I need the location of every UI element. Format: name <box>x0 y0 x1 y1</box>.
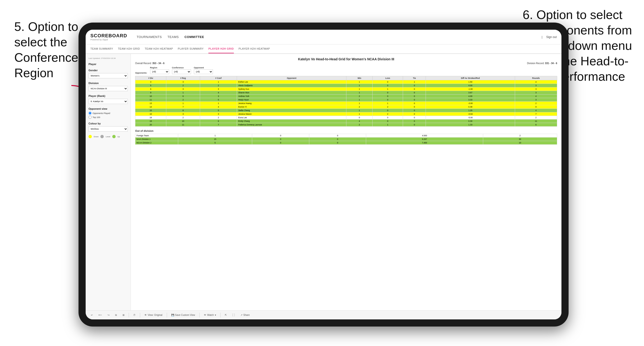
sign-out-link[interactable]: Sign out <box>546 35 557 39</box>
td-tie: 0 <box>403 119 426 123</box>
td-win: 1 <box>346 109 372 112</box>
td-tie: 0 <box>403 112 426 116</box>
grid-records: Overall Record: 353 - 34 - 6 Division Re… <box>135 62 557 65</box>
sidebar-radio-top100[interactable]: Top 100 <box>88 116 128 119</box>
nav-committee[interactable]: COMMITTEE <box>184 35 204 39</box>
share-button[interactable]: ↗ Share <box>239 313 251 317</box>
td-diff: 4.00 <box>426 95 515 98</box>
nav-teams[interactable]: TEAMS <box>168 35 179 39</box>
td-opponent: Alexis Sudjianto <box>237 84 346 87</box>
subnav-team-summary[interactable]: TEAM SUMMARY <box>90 44 113 53</box>
nav-tournaments[interactable]: TOURNAMENTS <box>136 35 162 39</box>
col-header-opponent: Opponent <box>237 76 346 80</box>
td-diff: 1.33 <box>426 123 515 127</box>
sidebar-colour-by-select[interactable]: Win/loss <box>88 126 128 132</box>
subnav-player-h2h-heatmap[interactable]: PLAYER H2H HEATMAP <box>238 44 270 53</box>
out-of-division-label: Out of division <box>135 129 557 132</box>
filter-opponent-select[interactable]: (All) <box>194 69 213 74</box>
undo-button[interactable]: ↩ <box>90 313 94 317</box>
table-row: 18 2 2 Euna Lee 0 0 0 -5.00 2 <box>135 116 557 119</box>
subnav-player-h2h-grid[interactable]: PLAYER H2H GRID <box>208 44 234 53</box>
main-content: Last Updated: 27/03/2024 16:34 Player Ge… <box>86 54 562 310</box>
copy-button[interactable]: ⧉ <box>114 313 118 317</box>
sidebar-player-section: Player <box>88 63 128 66</box>
navbar: SCOREBOARD Powered by clippd TOURNAMENTS… <box>86 30 562 44</box>
td-rounds: 3 <box>515 84 557 87</box>
table-row: 15 8 5 Stella Cheng 1 0 0 1.25 4 <box>135 109 557 112</box>
scoreboard-logo: SCOREBOARD Powered by clippd <box>90 33 127 41</box>
td-conf: 1 <box>200 102 237 105</box>
td-diff: 0.30 <box>426 119 515 123</box>
table-row: 9 1 4 Sharon Mun 1 0 0 3.67 3 <box>135 91 557 95</box>
division-record: Division Record: 331 - 34 - 6 <box>527 62 557 65</box>
sidebar-gender-label: Gender <box>88 69 128 72</box>
grid-main-title: Katelyn Vo Head-to-Head Grid for Women's… <box>135 57 557 61</box>
col-header-div: # Div <box>135 76 166 80</box>
sidebar: Last Updated: 27/03/2024 16:34 Player Ge… <box>86 54 131 310</box>
grid-area: Katelyn Vo Head-to-Head Grid for Women's… <box>131 54 562 310</box>
nav-right: | Sign out <box>542 35 557 39</box>
filter-opponent: Opponent (All) <box>194 66 213 74</box>
td-loss: 0 <box>372 98 403 102</box>
redo-step-back[interactable]: ⟵ <box>97 313 103 317</box>
sidebar-player-rank-select[interactable]: 8. Katelyn Vo <box>88 99 128 104</box>
td-tie: 0 <box>403 109 426 112</box>
fullscreen-button[interactable]: ⛶ <box>231 313 236 317</box>
opponents-filter-label: Opponents: <box>135 72 147 74</box>
subnav-team-h2h-grid[interactable]: TEAM H2H GRID <box>118 44 140 53</box>
td-opponent: Andrea York <box>237 95 346 98</box>
td-opponent: Stella Cheng <box>237 109 346 112</box>
filter-row: Opponents: Region (All) Conference (All) <box>135 66 557 74</box>
grid-title-section: Katelyn Vo Head-to-Head Grid for Women's… <box>135 57 557 65</box>
sidebar-colour-by-section: Colour by Win/loss <box>88 122 128 132</box>
sidebar-division-select[interactable]: NCAA Division III <box>88 86 128 91</box>
td-tie: 0 <box>403 91 426 95</box>
redo-button[interactable]: ↪ <box>106 313 111 317</box>
table-row: 5 2 2 Alexis Sudjianto 1 0 0 4.00 3 <box>135 84 557 87</box>
td-diff: 0.38 <box>426 105 515 109</box>
td-conf: 7 <box>200 123 237 127</box>
resize-button[interactable]: ⇱ <box>224 313 228 317</box>
table-row: 10 6 3 Andrea York 2 0 0 4.00 4 <box>135 95 557 98</box>
td-conf: 1 <box>200 80 237 84</box>
td-tie: 0 <box>403 105 426 109</box>
table-row: 3 3 1 Esther Lee 1 0 1 1.50 4 <box>135 80 557 84</box>
save-custom-button[interactable]: 💾 Save Custom View <box>170 313 196 317</box>
td-tie: 0 <box>403 123 426 127</box>
ood-table-row: NCAA Division 2 5 0 0 7.400 10 <box>135 141 557 145</box>
td-opponent: Heejo Hyun <box>237 98 346 102</box>
subnav-team-h2h-heatmap[interactable]: TEAM H2H HEATMAP <box>145 44 173 53</box>
td-rounds: 4 <box>515 95 557 98</box>
td-reg: 1 <box>166 102 200 105</box>
td-div: 10 <box>135 95 166 98</box>
filter-conference-select[interactable]: (All) <box>172 69 191 74</box>
sidebar-radio-opponents-played[interactable]: Opponents Played <box>88 112 128 115</box>
sidebar-gender-select[interactable]: Women's <box>88 73 128 78</box>
td-opponent: Eunice Yi <box>237 105 346 109</box>
paste-button[interactable]: ⊞ <box>121 313 126 317</box>
filter-region-select[interactable]: (All) <box>150 69 169 74</box>
overall-record: Overall Record: 353 - 34 - 6 <box>135 62 164 65</box>
td-diff: 4.00 <box>426 84 515 87</box>
td-conf: 4 <box>200 105 237 109</box>
watch-button[interactable]: 👁 Watch ▾ <box>202 313 218 317</box>
td-tie: 0 <box>403 95 426 98</box>
colour-dot-up <box>112 135 116 138</box>
td-loss: 1 <box>372 102 403 105</box>
td-reg: 11 <box>166 123 200 127</box>
td-loss: 0 <box>372 109 403 112</box>
sidebar-opponent-view-radios: Opponents Played Top 100 <box>88 112 128 119</box>
colour-dot-level <box>100 135 104 138</box>
sidebar-player-rank-section: Player (Rank) 8. Katelyn Vo <box>88 95 128 104</box>
td-conf: 2 <box>200 84 237 87</box>
ood-td-rounds: 2 <box>483 134 557 138</box>
td-reg: 2 <box>166 116 200 119</box>
td-rounds: 3 <box>515 87 557 91</box>
view-original-button[interactable]: 👁 View: Original <box>143 313 164 317</box>
subnav: TEAM SUMMARY TEAM H2H GRID TEAM H2H HEAT… <box>86 44 562 54</box>
clock-button[interactable]: ⏱ <box>132 313 137 317</box>
subnav-player-summary[interactable]: PLAYER SUMMARY <box>178 44 204 53</box>
td-opponent: Federica Domecq Lacroze <box>237 123 346 127</box>
col-header-win: Win <box>346 76 372 80</box>
td-rounds: 3 <box>515 91 557 95</box>
